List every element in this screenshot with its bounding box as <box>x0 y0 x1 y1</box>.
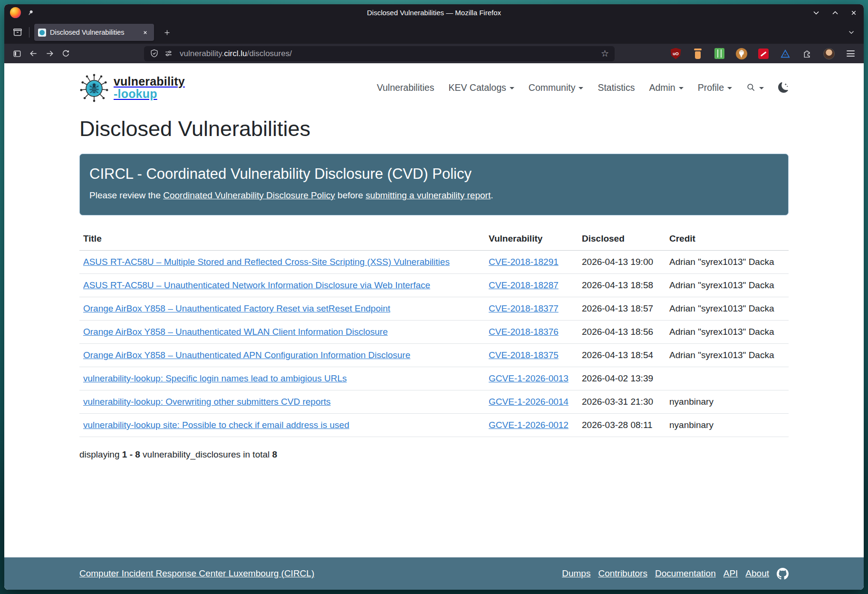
table-row: Orange AirBox Y858 – Unauthenticated Fac… <box>79 297 789 321</box>
moon-icon <box>778 82 789 93</box>
forward-button[interactable] <box>41 46 58 61</box>
page-content: vulnerability -lookup Vulnerabilities KE… <box>4 63 864 557</box>
logo-bug-icon <box>79 72 109 103</box>
site-logo[interactable]: vulnerability -lookup <box>79 72 185 103</box>
site-permissions-icon[interactable] <box>164 49 173 58</box>
credit-cell: Adrian "syrex1013" Dacka <box>665 251 789 274</box>
credit-cell: Adrian "syrex1013" Dacka <box>665 344 789 367</box>
footer-link-documentation[interactable]: Documentation <box>655 568 716 579</box>
footer-link-about[interactable]: About <box>745 568 769 579</box>
table-row: vulnerability-lookup: Overwriting other … <box>79 390 789 414</box>
cve-link[interactable]: GCVE-1-2026-0012 <box>489 420 569 430</box>
chevron-down-icon <box>579 87 583 89</box>
window-close-button[interactable] <box>849 8 858 18</box>
tab-favicon <box>38 29 46 37</box>
chevron-down-icon <box>679 87 684 89</box>
table-row: vulnerability-lookup site: Possible to c… <box>79 414 789 437</box>
cve-link[interactable]: CVE-2018-18291 <box>489 257 559 267</box>
firefox-view-button[interactable] <box>9 24 26 41</box>
tracking-protection-shield-icon[interactable] <box>150 49 159 58</box>
disclosure-title-link[interactable]: vulnerability-lookup: Overwriting other … <box>83 397 331 407</box>
disclosure-title-link[interactable]: vulnerability-lookup site: Possible to c… <box>83 420 349 430</box>
footer-circl-link[interactable]: Computer Incident Response Center Luxemb… <box>79 568 314 579</box>
navigation-toolbar: vulnerability.circl.lu/disclosures/ ☆ uO <box>4 44 864 63</box>
footer-link-api[interactable]: API <box>723 568 738 579</box>
table-header-row: Title Vulnerability Disclosed Credit <box>79 226 789 251</box>
main-nav: Vulnerabilities KEV Catalogs Community S… <box>377 82 789 93</box>
nav-statistics[interactable]: Statistics <box>598 82 635 93</box>
tab-close-button[interactable] <box>140 27 150 38</box>
disclosure-title-link[interactable]: Orange AirBox Y858 – Unauthenticated Fac… <box>83 303 390 313</box>
credit-cell: nyanbinary <box>665 390 789 414</box>
extension-green-button[interactable] <box>713 47 726 60</box>
footer-link-contributors[interactable]: Contributors <box>598 568 647 579</box>
footer-links: Dumps Contributors Documentation API Abo… <box>562 568 789 580</box>
url-bar[interactable]: vulnerability.circl.lu/disclosures/ ☆ <box>144 46 615 61</box>
extension-orange-trash-button[interactable] <box>691 47 704 60</box>
profile-avatar-button[interactable] <box>822 47 835 60</box>
page-title: Disclosed Vulnerabilities <box>79 117 789 141</box>
site-header: vulnerability -lookup Vulnerabilities KE… <box>79 63 789 103</box>
disclosed-cell: 2026-04-13 18:58 <box>578 274 665 297</box>
tab-label: Disclosed Vulnerabilities <box>50 29 136 36</box>
window-minimize-button[interactable] <box>811 8 821 18</box>
col-disclosed: Disclosed <box>578 226 665 251</box>
window-maximize-button[interactable] <box>830 8 840 18</box>
cvd-policy-link[interactable]: Coordinated Vulnerability Disclosure Pol… <box>163 190 335 200</box>
new-tab-button[interactable] <box>159 24 175 40</box>
extension-blue-triangle-button[interactable] <box>779 47 791 60</box>
dark-mode-toggle[interactable] <box>778 82 789 93</box>
nav-kev-catalogs[interactable]: KEV Catalogs <box>448 82 514 93</box>
cve-link[interactable]: GCVE-1-2026-0014 <box>489 397 569 407</box>
disclosure-title-link[interactable]: ASUS RT-AC58U – Unauthenticated Network … <box>83 280 430 290</box>
footer-link-dumps[interactable]: Dumps <box>562 568 590 579</box>
credit-cell <box>665 367 789 390</box>
nav-profile[interactable]: Profile <box>698 82 732 93</box>
window-title: Disclosed Vulnerabilities — Mozilla Fire… <box>4 9 864 17</box>
nav-vulnerabilities[interactable]: Vulnerabilities <box>377 82 434 93</box>
disclosure-title-link[interactable]: Orange AirBox Y858 – Unauthenticated APN… <box>83 350 410 360</box>
disclosed-cell: 2026-04-13 19:00 <box>578 251 665 274</box>
firefox-window: Disclosed Vulnerabilities — Mozilla Fire… <box>4 4 864 590</box>
cve-link[interactable]: CVE-2018-18375 <box>489 350 559 360</box>
site-footer: Computer Incident Response Center Luxemb… <box>4 557 864 590</box>
cve-link[interactable]: GCVE-1-2026-0013 <box>489 373 569 383</box>
logo-text: vulnerability -lookup <box>114 75 185 100</box>
credit-cell: Adrian "syrex1013" Dacka <box>665 274 789 297</box>
cve-link[interactable]: CVE-2018-18376 <box>489 327 559 337</box>
nav-community[interactable]: Community <box>529 82 584 93</box>
disclosure-title-link[interactable]: vulnerability-lookup: Specific login nam… <box>83 373 347 383</box>
disclosures-table: Title Vulnerability Disclosed Credit ASU… <box>79 226 789 437</box>
submit-report-link[interactable]: submitting a vulnerability report <box>366 190 491 200</box>
url-text: vulnerability.circl.lu/disclosures/ <box>180 49 292 58</box>
table-row: Orange AirBox Y858 – Unauthenticated APN… <box>79 344 789 367</box>
credit-cell: nyanbinary <box>665 414 789 437</box>
disclosed-cell: 2026-03-31 21:30 <box>578 390 665 414</box>
bookmark-star-button[interactable]: ☆ <box>601 49 609 58</box>
extensions-area: uO <box>669 47 859 60</box>
extension-ublock-origin-button[interactable]: uO <box>669 47 682 60</box>
back-button[interactable] <box>25 46 41 61</box>
sidebar-toggle-button[interactable] <box>9 46 25 61</box>
nav-admin[interactable]: Admin <box>649 82 683 93</box>
col-title: Title <box>79 226 485 251</box>
cve-link[interactable]: CVE-2018-18287 <box>489 280 559 290</box>
firefox-logo-icon <box>10 7 21 18</box>
tab-separator <box>29 27 29 38</box>
disclosure-title-link[interactable]: ASUS RT-AC58U – Multiple Stored and Refl… <box>83 257 450 267</box>
disclosed-cell: 2026-04-13 18:56 <box>578 321 665 344</box>
extension-red-wand-button[interactable] <box>757 47 770 60</box>
tab-disclosed-vulnerabilities[interactable]: Disclosed Vulnerabilities <box>34 24 154 41</box>
disclosure-title-link[interactable]: Orange AirBox Y858 – Unauthenticated WLA… <box>83 327 388 337</box>
cvd-policy-banner: CIRCL - Coordinated Vulnerability Disclo… <box>79 154 789 215</box>
extension-privacy-badger-button[interactable] <box>735 47 748 60</box>
cve-link[interactable]: CVE-2018-18377 <box>489 303 559 313</box>
reload-button[interactable] <box>58 46 74 61</box>
list-all-tabs-button[interactable] <box>844 25 859 40</box>
app-menu-button[interactable] <box>844 47 857 60</box>
extensions-puzzle-button[interactable] <box>800 47 813 60</box>
col-credit: Credit <box>665 226 789 251</box>
nav-search-button[interactable] <box>746 83 764 92</box>
github-link[interactable] <box>777 568 789 580</box>
tab-bar: Disclosed Vulnerabilities <box>4 21 864 44</box>
